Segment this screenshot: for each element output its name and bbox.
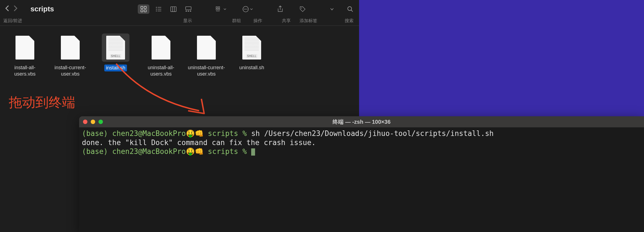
search-button[interactable] xyxy=(344,4,356,14)
display-label: 显示 xyxy=(183,18,192,24)
svg-rect-14 xyxy=(186,11,187,11)
svg-point-6 xyxy=(156,9,157,9)
prompt-path: scripts % xyxy=(204,129,251,138)
terminal-line: (base) chen23@MacBookPro🤑👊 scripts % sh … xyxy=(82,129,641,138)
file-label: install-current-user.vbs xyxy=(50,65,91,78)
file-icon-wrap xyxy=(11,33,39,62)
file-label: uninstall-all-users.vbs xyxy=(140,65,182,78)
svg-point-23 xyxy=(244,9,245,9)
file-item[interactable]: SHELLuninstall.sh xyxy=(230,31,274,80)
view-mode-group xyxy=(138,4,194,14)
terminal-title: 终端 — -zsh — 100×36 xyxy=(333,118,391,126)
terminal-line: (base) chen23@MacBookPro🤑👊 scripts % xyxy=(82,147,641,156)
svg-rect-17 xyxy=(216,7,217,8)
generic-file-icon xyxy=(152,36,170,60)
finder-toolbar: scripts xyxy=(0,0,359,18)
svg-rect-15 xyxy=(188,11,189,11)
group-button[interactable] xyxy=(213,4,229,14)
file-item[interactable]: install-all-users.vbs xyxy=(3,31,47,80)
group-label: 群组 xyxy=(232,18,241,24)
svg-point-8 xyxy=(156,10,157,11)
svg-point-26 xyxy=(301,7,302,8)
share-label: 共享 xyxy=(282,18,291,24)
svg-rect-18 xyxy=(216,9,217,10)
file-icon-wrap xyxy=(147,33,175,62)
nav-buttons xyxy=(3,4,20,14)
shell-file-icon: SHELL xyxy=(106,36,125,60)
prompt-path: scripts % xyxy=(204,147,251,156)
svg-rect-20 xyxy=(218,9,220,10)
terminal-window[interactable]: 终端 — -zsh — 100×36 (base) chen23@MacBook… xyxy=(79,116,644,232)
svg-rect-2 xyxy=(141,10,143,12)
svg-rect-16 xyxy=(190,11,191,11)
back-button[interactable] xyxy=(3,4,11,14)
terminal-command: sh /Users/chen23/Downloads/jihuo-tool/sc… xyxy=(251,129,494,138)
generic-file-icon xyxy=(197,36,216,60)
minimize-button[interactable] xyxy=(91,120,95,124)
finder-title: scripts xyxy=(30,5,54,13)
svg-rect-3 xyxy=(144,10,146,12)
chevron-down-icon xyxy=(330,8,334,11)
forward-button[interactable] xyxy=(12,4,20,14)
terminal-body[interactable]: (base) chen23@MacBookPro🤑👊 scripts % sh … xyxy=(79,127,644,232)
generic-file-icon xyxy=(15,36,34,60)
chevron-down-icon xyxy=(224,8,226,10)
shell-badge: SHELL xyxy=(246,54,257,58)
file-item[interactable]: install-current-user.vbs xyxy=(48,31,92,80)
close-button[interactable] xyxy=(83,120,87,124)
share-button[interactable] xyxy=(274,4,286,14)
svg-rect-0 xyxy=(141,6,143,9)
terminal-titlebar[interactable]: 终端 — -zsh — 100×36 xyxy=(79,116,644,127)
file-label: install.sh xyxy=(104,65,127,71)
search-label: 搜索 xyxy=(345,18,354,24)
svg-rect-1 xyxy=(144,6,146,9)
traffic-lights xyxy=(83,120,103,124)
generic-file-icon xyxy=(61,36,80,60)
file-icon-wrap xyxy=(56,33,84,62)
svg-line-28 xyxy=(351,10,353,12)
file-icon-wrap: SHELL xyxy=(102,33,129,62)
chevron-down-icon xyxy=(250,8,253,10)
file-label: uninstall.sh xyxy=(239,65,264,71)
annotation-text: 拖动到终端 xyxy=(9,94,75,111)
shell-badge: SHELL xyxy=(110,54,121,58)
svg-rect-19 xyxy=(218,7,220,8)
gallery-view-button[interactable] xyxy=(183,4,194,14)
file-label: uninstall-current-user.vbs xyxy=(186,65,227,78)
nav-label: 返回/前进 xyxy=(3,18,22,24)
svg-point-24 xyxy=(245,9,246,9)
prompt-prefix: (base) chen23@MacBookPro🤑👊 xyxy=(82,147,204,156)
shell-file-icon: SHELL xyxy=(242,36,261,60)
file-icon-wrap xyxy=(193,33,220,62)
list-view-button[interactable] xyxy=(153,4,164,14)
prompt-prefix: (base) chen23@MacBookPro🤑👊 xyxy=(82,129,204,138)
svg-point-4 xyxy=(156,7,157,7)
file-item[interactable]: uninstall-current-user.vbs xyxy=(184,31,228,80)
search-icon xyxy=(347,6,354,12)
svg-rect-10 xyxy=(171,7,176,12)
icon-view-button[interactable] xyxy=(138,4,149,14)
action-label: 操作 xyxy=(253,18,262,24)
column-view-button[interactable] xyxy=(168,4,179,14)
file-item[interactable]: SHELLinstall.sh xyxy=(94,31,138,80)
tag-label: 添加标签 xyxy=(300,18,317,24)
dropdown-button[interactable] xyxy=(328,6,336,12)
svg-rect-13 xyxy=(186,7,191,10)
toolbar-labels: 返回/前进 显示 群组 操作 共享 添加标签 搜索 xyxy=(0,18,359,25)
file-icon-wrap: SHELL xyxy=(238,33,266,62)
terminal-cursor xyxy=(251,148,255,156)
file-item[interactable]: uninstall-all-users.vbs xyxy=(139,31,183,80)
action-button[interactable] xyxy=(240,4,256,14)
maximize-button[interactable] xyxy=(98,120,103,124)
tag-button[interactable] xyxy=(297,4,309,14)
svg-point-25 xyxy=(247,9,248,9)
svg-point-27 xyxy=(348,7,352,11)
terminal-output: done. the "kill Dock" command can fix th… xyxy=(82,138,641,147)
file-label: install-all-users.vbs xyxy=(4,65,46,78)
